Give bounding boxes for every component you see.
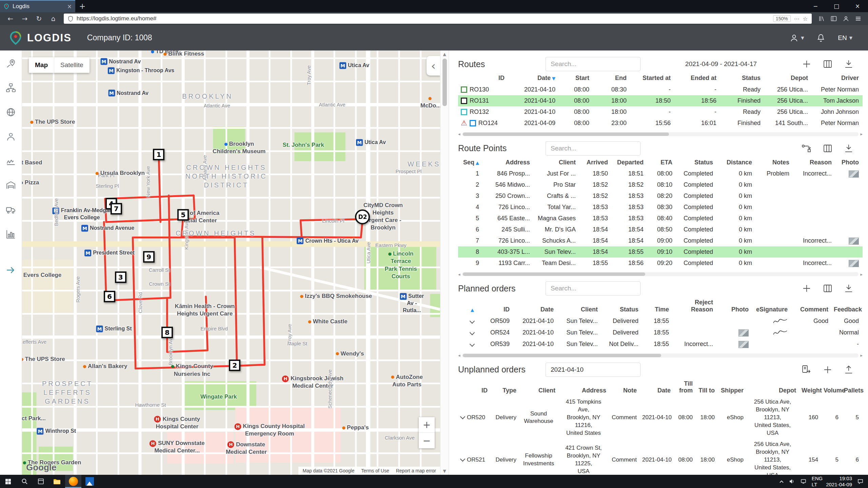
column-header[interactable]: Feedback	[831, 306, 862, 313]
volume-icon[interactable]	[789, 479, 795, 484]
routes-date-range[interactable]: 2021-04-09 - 2021-04-17	[640, 60, 802, 68]
url-text[interactable]: https://logdis.logtime.eu/home#	[77, 15, 770, 22]
zoom-in-button[interactable]: +	[419, 417, 435, 433]
add-order-button[interactable]	[802, 283, 812, 293]
expand-chevron-icon[interactable]	[470, 330, 475, 336]
route-row[interactable]: ⚠RO124 2021-04-09 08:00 23:00 15:56 16:0…	[458, 118, 863, 129]
columns-settings-button[interactable]	[823, 143, 833, 154]
column-header[interactable]: eSignature	[751, 306, 790, 313]
column-header[interactable]: Type	[490, 387, 519, 394]
user-menu[interactable]: ▼	[790, 34, 804, 42]
task-view-icon[interactable]	[33, 475, 49, 488]
add-unplanned-order-button[interactable]	[823, 365, 833, 375]
sidebar-drivers-icon[interactable]	[6, 132, 16, 141]
notification-center-icon[interactable]	[857, 479, 863, 484]
column-header[interactable]: ID	[458, 75, 507, 82]
sidebar-icon[interactable]	[831, 16, 837, 22]
column-header[interactable]: Volume	[821, 387, 841, 394]
tracking-shield-icon[interactable]	[68, 16, 73, 22]
logdis-logo[interactable]: LOGDIS	[0, 30, 72, 45]
column-header[interactable]: Ended at	[673, 75, 719, 82]
column-header[interactable]: Shipper	[717, 387, 746, 394]
column-header[interactable]: Date	[512, 306, 556, 313]
column-header[interactable]: Client	[519, 387, 558, 394]
column-header[interactable]: Seq	[458, 159, 482, 166]
url-bar[interactable]: https://logdis.logtime.eu/home# 150% ⋯ ☆	[64, 14, 812, 24]
menu-icon[interactable]	[855, 16, 861, 22]
scroll-left-icon[interactable]: ◂	[458, 131, 460, 137]
column-header[interactable]: Client	[556, 306, 600, 313]
taskbar-clock[interactable]: ENG LT 19:03 2021-04-09	[812, 475, 852, 488]
input-language-primary[interactable]: ENG	[812, 475, 823, 482]
horizontal-scrollbar[interactable]: ◂ ▸	[458, 271, 863, 277]
unplanned-order-row[interactable]: OR521 Delivery Fellowship Investments 42…	[458, 439, 863, 475]
input-language-secondary[interactable]: LT	[812, 482, 823, 488]
column-header[interactable]: ETA	[646, 159, 675, 166]
column-header[interactable]: Weight	[799, 387, 821, 394]
scroll-right-icon[interactable]: ▸	[860, 131, 863, 137]
column-header[interactable]: Note	[609, 387, 639, 394]
forward-icon[interactable]: →	[19, 15, 31, 23]
columns-settings-button[interactable]	[823, 59, 833, 69]
expand-chevron-icon[interactable]	[460, 414, 466, 420]
network-icon[interactable]	[801, 479, 806, 484]
export-orders-button[interactable]	[801, 365, 812, 375]
scroll-left-icon[interactable]: ◂	[458, 272, 460, 277]
zoom-level-badge[interactable]: 150%	[773, 15, 791, 22]
scroll-right-icon[interactable]: ▸	[860, 353, 863, 358]
photo-thumbnail[interactable]	[849, 260, 859, 267]
expand-chevron-icon[interactable]	[460, 456, 466, 462]
route-point-row[interactable]: 7 726 Linco... Schucks A... 18:54 18:54 …	[458, 235, 863, 246]
sidebar-collapse-arrow-icon[interactable]	[6, 265, 16, 275]
sidebar-depot-icon[interactable]	[6, 181, 16, 190]
column-header[interactable]: ID	[458, 387, 490, 394]
sidebar-globe-icon[interactable]	[6, 107, 16, 117]
download-planned-orders-button[interactable]	[844, 283, 854, 293]
column-header[interactable]: Address	[482, 159, 533, 166]
column-header[interactable]: Client	[533, 159, 578, 166]
sidebar-routes-icon[interactable]	[6, 59, 16, 68]
column-header[interactable]: Till to	[695, 387, 717, 394]
scrollbar-thumb[interactable]	[463, 272, 645, 276]
column-header[interactable]: Arrived	[578, 159, 611, 166]
route-point-row[interactable]: 4 726 Linco... Total Yar... 18:53 18:53 …	[458, 202, 863, 213]
column-header[interactable]: Photo	[716, 306, 751, 313]
route-row[interactable]: ⚠RO131 2021-04-10 08:00 18:00 18:50 18:5…	[458, 95, 863, 106]
columns-settings-button[interactable]	[823, 283, 833, 293]
sidebar-signature-icon[interactable]	[6, 156, 16, 166]
route-row[interactable]: ⚠RO132 2021-04-10 08:00 18:00 - - Ready …	[458, 106, 863, 118]
zoom-out-button[interactable]: −	[419, 433, 435, 448]
new-tab-button[interactable]: +	[75, 0, 90, 12]
route-point-row[interactable]: 9 1193 Carr... Team Desi... 18:55 18:56 …	[458, 258, 863, 269]
report-map-error-link[interactable]: Report a map error	[396, 468, 436, 473]
planned-orders-search-input[interactable]	[546, 281, 640, 296]
horizontal-scrollbar[interactable]: ◂ ▸	[458, 353, 863, 358]
column-header[interactable]: Comment	[790, 306, 831, 313]
collapse-panel-button[interactable]: ‹	[427, 56, 440, 76]
column-header[interactable]: Date	[507, 75, 558, 82]
column-header[interactable]: Photo	[834, 159, 862, 166]
file-explorer-icon[interactable]	[49, 475, 65, 488]
window-maximize-button[interactable]: □	[826, 0, 847, 12]
library-icon[interactable]	[818, 16, 825, 22]
optimize-route-icon[interactable]	[801, 143, 812, 154]
language-selector[interactable]: EN ▼	[838, 34, 852, 42]
download-route-points-button[interactable]	[844, 143, 854, 154]
column-header[interactable]	[458, 306, 477, 313]
upload-orders-button[interactable]	[844, 365, 854, 375]
home-icon[interactable]: ⌂	[47, 15, 59, 23]
column-header[interactable]: Start	[558, 75, 592, 82]
column-header[interactable]: End	[592, 75, 629, 82]
column-header[interactable]: Driver	[811, 75, 862, 82]
sidebar-reports-icon[interactable]	[6, 229, 16, 239]
bookmark-star-icon[interactable]: ☆	[803, 16, 808, 22]
column-header[interactable]: Till from	[673, 380, 695, 394]
column-header[interactable]: Date	[639, 387, 673, 394]
window-close-button[interactable]: ×	[847, 0, 868, 12]
photo-thumbnail[interactable]	[738, 341, 749, 348]
route-point-row[interactable]: 2 546 Midwo... Pro Star 18:52 18:52 08:1…	[458, 179, 863, 190]
window-minimize-button[interactable]: −	[805, 0, 826, 12]
column-header[interactable]: Departed	[611, 159, 646, 166]
column-header[interactable]: Notes	[755, 159, 792, 166]
scroll-left-icon[interactable]: ◂	[458, 353, 460, 358]
